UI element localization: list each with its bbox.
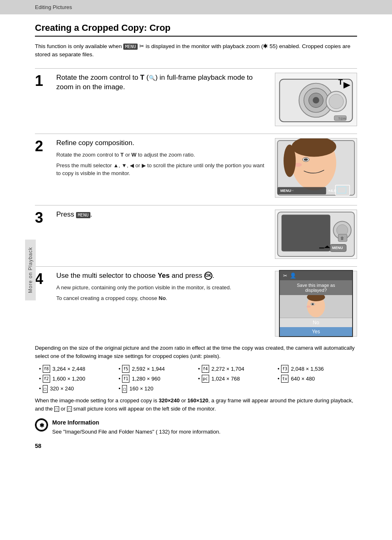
bullet-3: f42,272 × 1,704 (198, 365, 278, 374)
more-info-title: More Information (52, 418, 221, 427)
face-preview (280, 295, 352, 318)
svg-point-36 (311, 303, 314, 305)
step-3-section: 3 Press MENU. MENU 🗑 (35, 205, 357, 259)
bullet-10: □160 × 120 (119, 384, 198, 393)
bullet-7: pc1,024 × 768 (198, 374, 278, 383)
ref-icon: ✱ (263, 43, 268, 49)
menu-key: MENU (76, 212, 90, 218)
step-4-detail1: A new picture, containing only the porti… (56, 284, 268, 292)
svg-text:MENU: MENU (280, 189, 291, 193)
step-2-section: 2 Refine copy composition. Rotate the zo… (35, 134, 357, 198)
scissors-icon: ✂ (138, 43, 144, 49)
step-2-number: 2 (35, 139, 50, 154)
svg-point-4 (313, 97, 319, 104)
step-4-ui-header: ✂ 👤 (280, 271, 352, 280)
svg-rect-25 (281, 215, 330, 251)
main-content: Creating a Cropped Copy: Crop This funct… (0, 14, 392, 457)
page-title: Creating a Cropped Copy: Crop (35, 23, 357, 37)
step-4-body: Use the multi selector to choose Yes and… (56, 271, 268, 302)
svg-point-14 (304, 158, 308, 161)
more-info-content: More Information See "Image/Sound File a… (52, 418, 221, 436)
step-2-detail1: Rotate the zoom control to T or W to adj… (56, 151, 268, 159)
step-1-heading: Rotate the zoom control to T (🔍) in full… (56, 73, 268, 92)
step-1-section: 1 Rotate the zoom control to T (🔍) in fu… (35, 68, 357, 126)
step-1-number: 1 (35, 74, 50, 88)
bullet-9: □320 × 240 (39, 384, 119, 393)
svg-text:T: T (338, 78, 343, 86)
step-2-heading: Refine copy composition. (56, 138, 268, 148)
step-3-body: Press MENU. (56, 210, 268, 223)
step-2-detail2: Press the multi selector ▲, ▼, ◀ or ▶ to… (56, 162, 268, 178)
svg-text:MENU: MENU (332, 246, 343, 250)
more-info-body: See "Image/Sound File and Folder Names" … (52, 429, 221, 435)
bullet-6: f11,280 × 960 (119, 374, 198, 383)
bullet-4: f32,048 × 1,536 (278, 365, 357, 374)
top-bar: Editing Pictures (0, 0, 392, 14)
save-prompt: Save this image asdisplayed? (280, 280, 352, 295)
svg-text:T◎W: T◎W (338, 117, 346, 120)
sidebar-label: More on Playback (25, 240, 36, 300)
step-4-image: ✂ 👤 Save this image asdisplayed? No (275, 271, 357, 337)
step-1-image: T T◎W (275, 73, 357, 126)
svg-text:🗑: 🗑 (340, 235, 344, 240)
bullet-2: f52,592 × 1,944 (119, 365, 198, 374)
step-2-body: Refine copy composition. Rotate the zoom… (56, 138, 268, 178)
step-3-image: MENU 🗑 (275, 210, 357, 259)
bullets-grid: f83,264 × 2,448 f52,592 × 1,944 f42,272 … (39, 365, 357, 393)
yes-option: Yes (280, 327, 352, 336)
section-label: Editing Pictures (35, 4, 72, 10)
svg-text:✱: ✱ (39, 422, 44, 429)
more-info-box: ✱ More Information See "Image/Sound File… (35, 418, 357, 436)
svg-text:×4.0: ×4.0 (328, 188, 337, 193)
footer-text: Depending on the size of the original pi… (35, 344, 357, 360)
step-3-number: 3 (35, 210, 50, 225)
bullet-1: f83,264 × 2,448 (39, 365, 119, 374)
step-4-heading: Use the multi selector to choose Yes and… (56, 271, 268, 281)
page-number: 58 (35, 443, 357, 449)
svg-text:✂: ✂ (291, 189, 294, 193)
intro-text: This function is only available when MEN… (35, 42, 357, 59)
step-4-detail2: To cancel creating a cropped copy, choos… (56, 294, 268, 302)
svg-point-17 (284, 144, 296, 177)
no-option: No (280, 318, 352, 327)
bullet-8: tv640 × 480 (278, 374, 357, 383)
footnote-text: When the image-mode setting for a croppe… (35, 397, 357, 413)
svg-point-37 (307, 306, 311, 308)
svg-point-8 (329, 94, 344, 108)
step-2-image: MENU ✂ ×4.0 (275, 138, 357, 198)
step-3-heading: Press MENU. (56, 210, 268, 219)
step-1-body: Rotate the zoom control to T (🔍) in full… (56, 73, 268, 96)
step-4-section: 4 Use the multi selector to choose Yes a… (35, 266, 357, 337)
menu-icon: MENU (123, 44, 138, 50)
face-thumb: 👤 (290, 272, 296, 279)
bullet-5: f21,600 × 1,200 (39, 374, 119, 383)
scissors-icon-small: ✂ (283, 273, 287, 279)
step-4-ui: ✂ 👤 Save this image asdisplayed? No (279, 270, 353, 337)
step-4-number: 4 (35, 272, 50, 286)
more-info-icon: ✱ (35, 418, 48, 432)
